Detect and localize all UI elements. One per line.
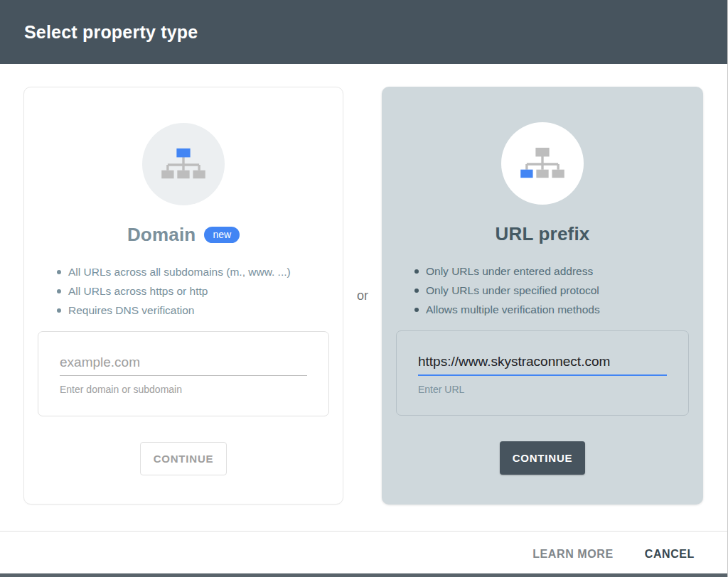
url-prefix-icon-circle [501,122,584,205]
domain-continue-button[interactable]: CONTINUE [140,442,228,475]
dialog-title: Select property type [24,22,198,43]
url-prefix-title-row: URL prefix [496,222,590,246]
domain-feature-item: Requires DNS verification [57,301,291,320]
site-tree-root-icon [160,146,207,182]
domain-feature-item: All URLs across https or http [57,281,291,301]
screen-bottom-edge [0,573,727,577]
url-prefix-continue-button[interactable]: CONTINUE [500,441,586,475]
domain-card: Domain new All URLs across all subdomain… [23,87,343,505]
domain-input-panel: Enter domain or subdomain [38,331,329,416]
dialog-content: Domain new All URLs across all subdomain… [0,64,727,531]
domain-input[interactable] [60,355,307,376]
url-input[interactable] [418,354,667,376]
domain-title-row: Domain new [127,222,240,247]
site-tree-leaf-icon [519,146,566,181]
url-input-panel: Enter URL [396,330,689,416]
url-input-helper: Enter URL [418,384,667,395]
domain-feature-item: All URLs across all subdomains (m., www.… [57,262,291,281]
domain-card-title: Domain [127,224,196,246]
url-prefix-card: URL prefix Only URLs under entered addre… [382,87,703,505]
or-separator: or [343,87,382,505]
select-property-type-dialog: Select property type Domain new All URLs… [0,0,727,577]
domain-input-helper: Enter domain or subdomain [60,384,307,395]
new-badge: new [204,227,240,243]
url-prefix-feature-item: Only URLs under specified protocol [414,281,600,300]
url-prefix-feature-item: Allows multiple verification methods [414,300,600,319]
url-prefix-feature-list: Only URLs under entered address Only URL… [399,261,600,319]
dialog-footer: LEARN MORE CANCEL [0,531,727,577]
cancel-button[interactable]: CANCEL [645,548,695,561]
url-prefix-feature-item: Only URLs under entered address [414,261,600,281]
domain-feature-list: All URLs across all subdomains (m., www.… [41,262,291,320]
domain-icon-circle [142,123,225,205]
learn-more-button[interactable]: LEARN MORE [532,548,614,561]
dialog-header: Select property type [0,0,727,64]
url-prefix-card-title: URL prefix [496,223,590,245]
